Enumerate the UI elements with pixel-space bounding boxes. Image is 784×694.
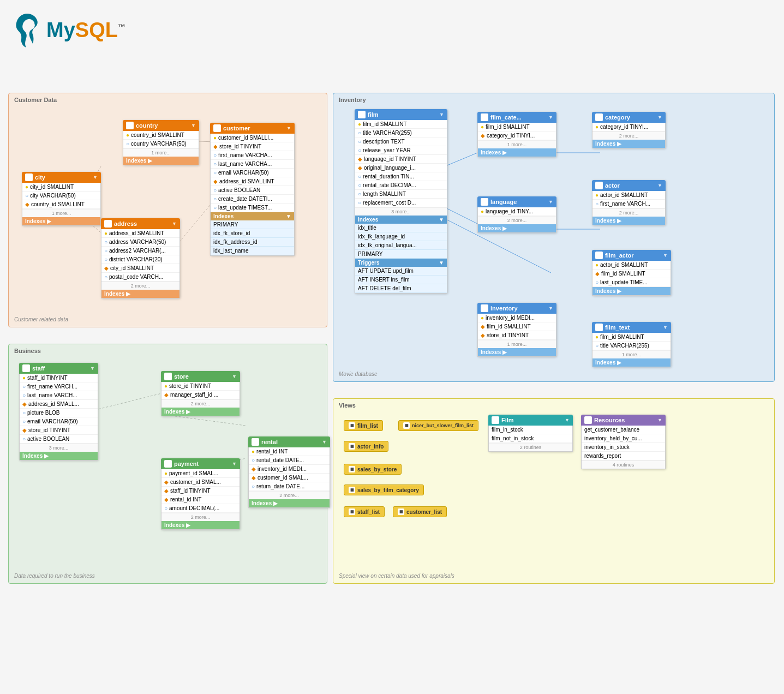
rental-table-header[interactable]: ▦ rental ▼: [248, 436, 330, 447]
language-indexes[interactable]: Indexes ▶: [478, 224, 556, 232]
address-table[interactable]: ▦ address ▼ ●address_id SMALLINT ○addres…: [101, 218, 180, 298]
language-table-header[interactable]: ▦ language ▼: [477, 196, 556, 207]
expand-arrow[interactable]: ▼: [548, 306, 553, 311]
rental-more: 2 more...: [249, 491, 330, 499]
city-table[interactable]: ▦ city ▼ ●city_id SMALLINT ○city VARCHAR…: [22, 172, 101, 226]
expand-arrow[interactable]: ▼: [93, 175, 98, 180]
store-table[interactable]: ▦ store ▼ ●store_id TINYINT ◆manager_sta…: [161, 371, 240, 416]
table-row: ◆film_id SMALLINT: [593, 270, 671, 278]
expand-arrow[interactable]: ▼: [657, 115, 662, 120]
film-cate-table-header[interactable]: ▦ film_cate... ▼: [477, 112, 556, 123]
payment-indexes[interactable]: Indexes ▶: [161, 521, 240, 529]
view-label: customer_list: [406, 509, 442, 515]
resources-count: 4 routines: [582, 460, 665, 469]
film-triggers-header[interactable]: Triggers▼: [355, 259, 447, 267]
staff-table[interactable]: ▦ staff ▼ ●staff_id TINYINT ○first_name …: [19, 363, 98, 460]
category-indexes[interactable]: Indexes ▶: [593, 140, 665, 148]
customer-table-header[interactable]: ▦ customer ▼: [210, 123, 295, 134]
sales-by-film-category-view[interactable]: ▦ sales_by_film_category: [344, 484, 424, 495]
address-indexes[interactable]: Indexes ▶: [101, 290, 179, 298]
film-routines-count: 2 routines: [489, 443, 572, 451]
view-icon: ▦: [349, 443, 355, 450]
expand-arrow[interactable]: ▼: [565, 417, 570, 423]
store-table-header[interactable]: ▦ store ▼: [161, 371, 240, 382]
trigger-row: AFT DELETE del_film: [355, 284, 447, 293]
country-table[interactable]: ▦ country ▼ ●country_id SMALLINT ○countr…: [123, 120, 199, 165]
film-routines-card[interactable]: ▦ Film ▼ film_in_stock film_not_in_stock…: [488, 415, 573, 452]
rental-table[interactable]: ▦ rental ▼ ●rental_id INT ○rental_date D…: [248, 436, 330, 508]
store-table-body: ●store_id TINYINT ◆manager_staff_id ... …: [161, 382, 240, 416]
country-indexes[interactable]: Indexes ▶: [123, 157, 199, 165]
store-indexes[interactable]: Indexes ▶: [161, 408, 240, 416]
expand-arrow[interactable]: ▼: [191, 123, 196, 128]
expand-arrow[interactable]: ▼: [663, 325, 668, 330]
view-label: staff_list: [357, 509, 380, 515]
svg-point-0: [30, 16, 33, 19]
table-row: ○postal_code VARCH...: [101, 273, 179, 282]
staff-list-view[interactable]: ▦ staff_list: [344, 506, 385, 517]
country-table-header[interactable]: ▦ country ▼: [123, 120, 199, 131]
table-row: ○rental_duration TIN...: [355, 172, 447, 181]
inventory-section-sublabel: Movie database: [339, 371, 378, 377]
expand-arrow[interactable]: ▼: [90, 366, 95, 371]
city-table-header[interactable]: ▦ city ▼: [22, 172, 101, 183]
city-table-body: ●city_id SMALLINT ○city VARCHAR(50) ◆cou…: [22, 183, 101, 226]
category-table-header[interactable]: ▦ category ▼: [592, 112, 666, 123]
expand-arrow[interactable]: ▼: [663, 253, 668, 258]
expand-arrow[interactable]: ▼: [322, 439, 327, 445]
expand-arrow[interactable]: ▼: [657, 183, 662, 188]
film-table-header[interactable]: ▦ film ▼: [355, 109, 447, 120]
expand-arrow[interactable]: ▼: [286, 125, 291, 131]
film-actor-table-header[interactable]: ▦ film_actor ▼: [592, 250, 671, 261]
film-cate-more: 1 more...: [478, 140, 556, 148]
staff-indexes[interactable]: Indexes ▶: [20, 452, 98, 460]
address-table-header[interactable]: ▦ address ▼: [101, 218, 180, 229]
film-routines-header[interactable]: ▦ Film ▼: [488, 415, 573, 426]
customer-list-view[interactable]: ▦ customer_list: [393, 506, 447, 517]
nicer-film-list-view[interactable]: ▦ nicer_but_slower_film_list: [398, 420, 478, 431]
expand-arrow[interactable]: ▼: [172, 221, 177, 226]
expand-arrow[interactable]: ▼: [232, 461, 237, 466]
film-actor-table[interactable]: ▦ film_actor ▼ ●actor_id SMALLINT ◆film_…: [592, 250, 671, 296]
sales-by-store-view[interactable]: ▦ sales_by_store: [344, 464, 402, 475]
expand-arrow[interactable]: ▼: [657, 417, 662, 423]
film-actor-indexes[interactable]: Indexes ▶: [593, 287, 671, 295]
film-text-table[interactable]: ▦ film_text ▼ ●film_id SMALLINT ○title V…: [592, 322, 671, 367]
actor-indexes[interactable]: Indexes ▶: [593, 217, 665, 225]
expand-arrow[interactable]: ▼: [548, 199, 553, 205]
expand-arrow[interactable]: ▼: [548, 115, 553, 120]
actor-table-header[interactable]: ▦ actor ▼: [592, 180, 666, 191]
staff-table-header[interactable]: ▦ staff ▼: [19, 363, 98, 374]
expand-arrow[interactable]: ▼: [439, 112, 444, 117]
actor-table[interactable]: ▦ actor ▼ ●actor_id SMALLINT ○first_name…: [592, 180, 666, 225]
table-row: ◆customer_id SMAL...: [161, 478, 240, 487]
inventory-indexes[interactable]: Indexes ▶: [478, 348, 556, 356]
film-text-indexes[interactable]: Indexes ▶: [593, 358, 671, 367]
film-cate-table[interactable]: ▦ film_cate... ▼ ●film_id SMALLINT ◆cate…: [477, 112, 556, 157]
rental-indexes[interactable]: Indexes ▶: [249, 499, 330, 507]
film-text-table-name: film_text: [605, 324, 630, 331]
film-table[interactable]: ▦ film ▼ ●film_id SMALLINT ○title VARCHA…: [355, 109, 447, 294]
table-icon: ▦: [25, 174, 33, 181]
customer-indexes-header[interactable]: Indexes▼: [211, 212, 294, 220]
category-table[interactable]: ▦ category ▼ ●category_id TINYI... 2 mor…: [592, 112, 666, 148]
payment-table[interactable]: ▦ payment ▼ ●payment_id SMAL... ◆custome…: [161, 458, 240, 530]
resources-header[interactable]: ▦ Resources ▼: [581, 415, 666, 426]
category-table-name: category: [605, 114, 630, 121]
customer-table[interactable]: ▦ customer ▼ ●customer_id SMALLI... ◆sto…: [210, 123, 295, 256]
film-text-table-header[interactable]: ▦ film_text ▼: [592, 322, 671, 333]
customer-section-sublabel: Customer related data: [14, 316, 68, 322]
inventory-table-header[interactable]: ▦ inventory ▼: [477, 303, 556, 314]
film-cate-indexes[interactable]: Indexes ▶: [478, 148, 556, 157]
expand-arrow[interactable]: ▼: [232, 374, 237, 379]
actor-info-view[interactable]: ▦ actor_info: [344, 441, 388, 452]
resources-card[interactable]: ▦ Resources ▼ get_customer_balance inven…: [581, 415, 666, 469]
city-indexes[interactable]: Indexes ▶: [22, 217, 100, 225]
film-indexes-header[interactable]: Indexes▼: [355, 216, 447, 224]
language-table[interactable]: ▦ language ▼ ●language_id TINY... 2 more…: [477, 196, 556, 233]
inventory-table[interactable]: ▦ inventory ▼ ●inventory_id MEDI... ◆fil…: [477, 303, 556, 357]
payment-table-header[interactable]: ▦ payment ▼: [161, 458, 240, 469]
table-row: ○address VARCHAR(50): [101, 238, 179, 247]
table-row: ◆film_id SMALLINT: [478, 322, 556, 331]
film-list-view[interactable]: ▦ film_list: [344, 420, 383, 431]
